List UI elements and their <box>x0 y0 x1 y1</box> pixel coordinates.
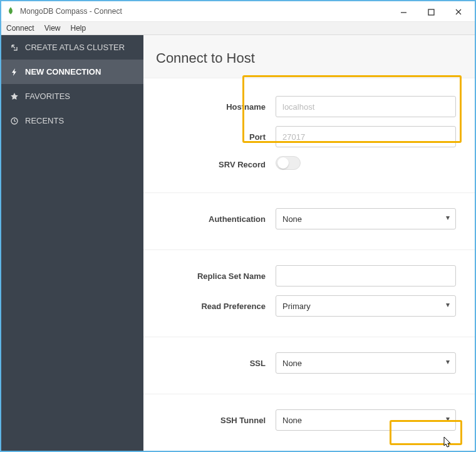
read-preference-select[interactable]: Primary <box>276 295 456 317</box>
main-panel: Connect to Host Hostname Port SRV Record <box>143 35 475 451</box>
history-icon <box>10 117 19 125</box>
ssh-tunnel-select[interactable]: None <box>276 409 456 431</box>
sidebar-item-label: FAVORITES <box>25 92 70 101</box>
sidebar-item-new-connection[interactable]: NEW CONNECTION <box>1 60 143 84</box>
window-titlebar: MongoDB Compass - Connect <box>1 1 475 21</box>
authentication-select[interactable]: None <box>276 208 456 229</box>
label-auth: Authentication <box>143 214 266 224</box>
sidebar-item-label: RECENTS <box>25 116 64 125</box>
menu-connect[interactable]: Connect <box>1 24 39 33</box>
label-replica: Replica Set Name <box>143 271 266 281</box>
hostname-input[interactable] <box>276 96 456 117</box>
label-ssh: SSH Tunnel <box>143 416 266 425</box>
sidebar-item-label: CREATE ATLAS CLUSTER <box>25 43 125 52</box>
page-title: Connect to Host <box>156 50 462 66</box>
sidebar-item-create-atlas[interactable]: CREATE ATLAS CLUSTER <box>1 35 143 60</box>
close-button[interactable] <box>445 3 472 20</box>
svg-rect-1 <box>428 9 434 15</box>
label-port: Port <box>143 132 266 142</box>
srv-toggle[interactable] <box>276 156 301 170</box>
star-icon <box>10 92 19 101</box>
label-hostname: Hostname <box>143 102 266 112</box>
window-title: MongoDB Compass - Connect <box>20 7 390 16</box>
ssl-select[interactable]: None <box>276 352 456 374</box>
label-readpref: Read Preference <box>143 302 266 311</box>
port-input[interactable] <box>276 126 456 147</box>
maximize-button[interactable] <box>417 3 445 20</box>
sidebar: CREATE ATLAS CLUSTER NEW CONNECTION FAVO… <box>1 35 143 451</box>
app-logo-icon <box>6 6 16 16</box>
lightning-icon <box>10 68 19 76</box>
label-srv: SRV Record <box>143 160 266 169</box>
menubar: Connect View Help <box>1 21 475 35</box>
sidebar-item-favorites[interactable]: FAVORITES <box>1 84 143 108</box>
menu-view[interactable]: View <box>39 24 66 33</box>
main-header: Connect to Host <box>143 35 475 78</box>
sidebar-item-label: NEW CONNECTION <box>25 67 101 76</box>
minimize-button[interactable] <box>390 3 417 20</box>
sidebar-item-recents[interactable]: RECENTS <box>1 108 143 133</box>
replica-set-input[interactable] <box>276 265 456 286</box>
menu-help[interactable]: Help <box>66 24 91 33</box>
external-link-icon <box>10 43 19 52</box>
label-ssl: SSL <box>143 359 266 368</box>
